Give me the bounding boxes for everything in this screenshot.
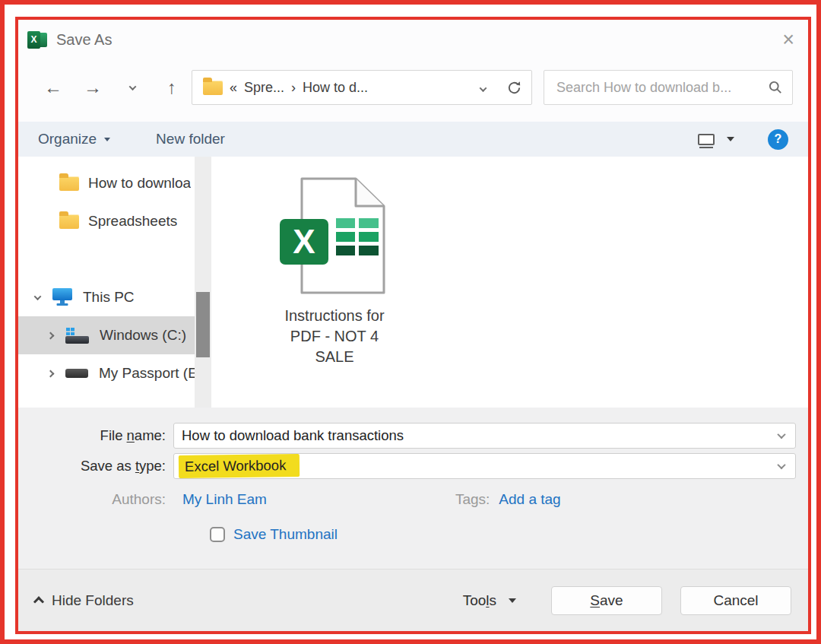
address-dropdown-button[interactable]	[474, 80, 492, 96]
chevron-up-icon	[33, 596, 44, 607]
label-text: Save as	[81, 458, 135, 474]
save-button[interactable]: Save	[551, 586, 662, 615]
organize-label: Organize	[38, 131, 97, 148]
sidebar-scrollbar[interactable]	[195, 157, 211, 408]
up-button[interactable]: ↑	[152, 71, 192, 104]
file-name-label: Instructions for PDF - NOT 4 SALE	[246, 306, 423, 367]
save-thumbnail-label[interactable]: Save Thumbnail	[233, 526, 338, 543]
window-title: Save As	[56, 31, 112, 49]
chevron-down-icon	[777, 430, 785, 439]
browse-area: How to downloa Spreadsheets This PC	[18, 157, 808, 408]
sidebar-item-label: Spreadsheets	[88, 213, 177, 230]
windows-drive-icon	[65, 336, 89, 344]
chevron-right-icon	[46, 370, 54, 377]
caret-down-icon	[509, 598, 516, 603]
search-input[interactable]	[556, 80, 768, 96]
search-icon	[768, 80, 783, 95]
tools-label: Tools	[463, 592, 496, 609]
save-options-panel: File name: How to download bank transact…	[18, 408, 808, 569]
save-as-type-row: Save as type: Excel Workbook	[18, 453, 808, 479]
back-button[interactable]: ←	[33, 71, 73, 104]
search-box	[544, 70, 793, 105]
new-folder-button[interactable]: New folder	[156, 131, 225, 148]
chevron-right-icon	[46, 332, 54, 339]
views-dropdown-button[interactable]	[727, 137, 734, 141]
tags-label: Tags:	[455, 491, 490, 508]
save-as-type-combobox[interactable]: Excel Workbook	[173, 453, 796, 479]
views-icon[interactable]	[698, 134, 715, 145]
authors-label: Authors:	[18, 491, 173, 508]
hide-folders-button[interactable]: Hide Folders	[35, 592, 134, 609]
save-as-type-value-highlighted: Excel Workbook	[179, 454, 300, 478]
accelerator-key: S	[590, 592, 600, 608]
expander-expand-icon[interactable]	[46, 371, 55, 376]
sidebar-item-label: How to downloa	[88, 175, 191, 192]
file-item[interactable]: X Instructions for PDF - NOT 4 SALE	[246, 175, 423, 367]
label-text: Too	[463, 592, 487, 608]
address-bar[interactable]: « Spre... › How to d...	[192, 70, 532, 105]
recent-locations-button[interactable]	[113, 71, 152, 104]
forward-button[interactable]: →	[73, 71, 113, 104]
hide-folders-label: Hide Folders	[52, 592, 134, 609]
sidebar-item-label: My Passport (E	[99, 365, 195, 382]
accelerator-key: n	[127, 427, 135, 443]
dialog-footer: Hide Folders Tools Save Cancel	[18, 569, 808, 631]
label-text: Cancel	[713, 592, 758, 609]
breadcrumb-item-current[interactable]: How to d...	[303, 80, 368, 96]
file-name-value: How to download bank transactions	[182, 427, 404, 444]
save-as-type-field-label: Save as type:	[18, 458, 173, 474]
folder-icon	[203, 81, 223, 95]
file-list: X Instructions for PDF - NOT 4 SALE	[211, 157, 808, 408]
chevron-down-icon	[480, 84, 487, 92]
sidebar-item-windows-c[interactable]: Windows (C:)	[18, 316, 195, 354]
excel-x-glyph: X	[280, 219, 328, 265]
sidebar-item-label: This PC	[83, 289, 135, 306]
file-name-line: SALE	[246, 347, 423, 367]
command-toolbar: Organize New folder ?	[18, 122, 808, 157]
navigation-bar: ← → ↑ « Spre... › How to d...	[18, 59, 808, 122]
breadcrumb-overflow[interactable]: «	[230, 80, 237, 96]
external-drive-icon	[65, 369, 88, 378]
file-name-combobox[interactable]: How to download bank transactions	[173, 423, 796, 449]
chevron-down-icon	[128, 83, 136, 90]
caret-down-icon	[727, 137, 734, 141]
expander-collapse-icon[interactable]	[33, 295, 42, 300]
scrollbar-thumb[interactable]	[196, 292, 210, 357]
sidebar-item-my-passport[interactable]: My Passport (E	[18, 354, 195, 392]
label-text: ave	[600, 592, 623, 608]
sidebar-item-this-pc[interactable]: This PC	[18, 278, 195, 316]
breadcrumb-item-parent[interactable]: Spre...	[244, 80, 284, 96]
excel-x-badge: X	[27, 31, 40, 49]
refresh-button[interactable]	[499, 80, 522, 96]
help-button[interactable]: ?	[768, 129, 788, 150]
navigation-pane: How to downloa Spreadsheets This PC	[18, 157, 195, 408]
file-name-line: Instructions for	[246, 306, 423, 326]
new-folder-label: New folder	[156, 131, 225, 148]
metadata-row: Authors: My Linh Eam Tags: Add a tag	[18, 491, 808, 508]
authors-link[interactable]: My Linh Eam	[182, 491, 267, 508]
toolbar-right-group: ?	[698, 129, 788, 150]
annotated-screenshot: X Save As × ← → ↑ « Spre... › How to d..…	[0, 0, 821, 644]
forward-arrow-icon: →	[84, 77, 102, 98]
sidebar-item-spreadsheets[interactable]: Spreadsheets	[18, 202, 195, 240]
organize-button[interactable]: Organize	[38, 131, 110, 148]
cancel-button[interactable]: Cancel	[680, 586, 791, 615]
label-text: File	[100, 427, 127, 443]
save-thumbnail-row: Save Thumbnail	[210, 526, 808, 543]
close-icon[interactable]: ×	[782, 30, 794, 50]
expander-expand-icon[interactable]	[46, 333, 55, 338]
sidebar-item-label: Windows (C:)	[100, 327, 186, 344]
chevron-down-icon	[33, 293, 41, 300]
up-arrow-icon: ↑	[167, 77, 176, 98]
question-mark-icon: ?	[775, 132, 782, 146]
sidebar-item-how-to-download[interactable]: How to downloa	[18, 164, 195, 202]
save-thumbnail-checkbox[interactable]	[210, 527, 225, 542]
breadcrumb-separator: ›	[291, 80, 296, 96]
refresh-icon	[506, 80, 522, 96]
add-a-tag-link[interactable]: Add a tag	[499, 491, 560, 508]
tools-button[interactable]: Tools	[463, 592, 516, 609]
excel-file-icon: X	[277, 175, 391, 297]
label-text: ame:	[135, 427, 166, 443]
save-as-dialog: X Save As × ← → ↑ « Spre... › How to d..…	[18, 20, 808, 631]
annotation-frame: X Save As × ← → ↑ « Spre... › How to d..…	[15, 17, 811, 634]
